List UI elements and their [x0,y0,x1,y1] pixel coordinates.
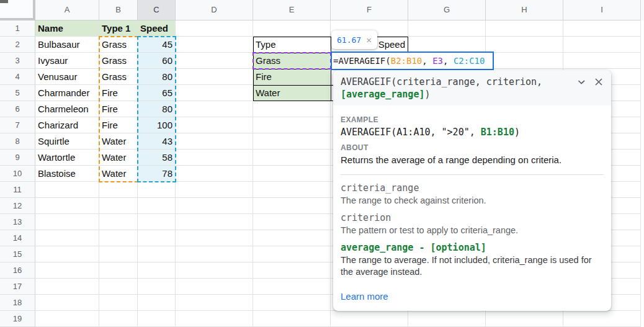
row-header-5[interactable]: 5 [0,85,35,101]
close-icon[interactable]: × [366,35,372,45]
cell-D7[interactable] [176,117,253,133]
cell-D6[interactable] [176,101,253,117]
cell-B15[interactable] [99,246,138,262]
row-header-8[interactable]: 8 [0,133,35,150]
cell-B10[interactable]: Water [99,166,138,182]
column-header-E[interactable]: E [253,0,331,20]
cell-C15[interactable] [138,246,176,262]
column-header-G[interactable]: G [408,0,486,20]
cell-D9[interactable] [176,150,253,166]
cell-C13[interactable] [138,214,176,230]
cell-B1[interactable]: Type 1 [99,20,138,37]
cell-D12[interactable] [176,198,253,214]
cell-A3[interactable]: Ivysaur [35,53,99,69]
cell-D8[interactable] [176,133,253,150]
cell-C4[interactable]: 80 [138,69,176,85]
cell-B4[interactable]: Grass [99,69,138,85]
cell-C17[interactable] [138,279,176,295]
cell-I3[interactable] [563,53,641,69]
cell-H3[interactable] [486,53,563,69]
cell-I2[interactable] [563,37,641,53]
cell-C19[interactable] [138,311,176,327]
cell-F19[interactable] [331,311,408,327]
learn-more-link[interactable]: Learn more [341,291,388,302]
cell-A10[interactable]: Blastoise [35,166,99,182]
cell-E15[interactable] [253,246,331,262]
cell-B19[interactable] [99,311,138,327]
column-header-F[interactable]: F [331,0,408,20]
cell-C11[interactable] [138,182,176,198]
cell-C12[interactable] [138,198,176,214]
row-header-1[interactable]: 1 [0,20,35,37]
cell-A11[interactable] [35,182,99,198]
cell-A5[interactable]: Charmander [35,85,99,101]
cell-G1[interactable] [408,20,486,37]
cell-A1[interactable]: Name [35,20,99,37]
cell-C7[interactable]: 100 [138,117,176,133]
cell-A14[interactable] [35,230,99,246]
cell-D15[interactable] [176,246,253,262]
row-header-4[interactable]: 4 [0,69,35,85]
cell-C1[interactable]: Speed [138,20,176,37]
cell-H19[interactable] [486,311,563,327]
cell-D5[interactable] [176,85,253,101]
cell-G19[interactable] [408,311,486,327]
cell-B14[interactable] [99,230,138,246]
cell-E19[interactable] [253,311,331,327]
row-header-3[interactable]: 3 [0,53,35,69]
cell-D16[interactable] [176,262,253,279]
cell-D11[interactable] [176,182,253,198]
cell-B5[interactable]: Fire [99,85,138,101]
row-header-6[interactable]: 6 [0,101,35,117]
cell-C6[interactable]: 80 [138,101,176,117]
cell-A2[interactable]: Bulbasaur [35,37,99,53]
column-header-H[interactable]: H [486,0,563,20]
cell-B8[interactable]: Water [99,133,138,150]
cell-A4[interactable]: Venusaur [35,69,99,85]
cell-D4[interactable] [176,69,253,85]
cell-E1[interactable] [253,20,331,37]
cell-E9[interactable] [253,150,331,166]
cell-D13[interactable] [176,214,253,230]
cell-C2[interactable]: 45 [138,37,176,53]
cell-E17[interactable] [253,279,331,295]
column-header-C[interactable]: C [138,0,176,20]
cell-A8[interactable]: Squirtle [35,133,99,150]
cell-E13[interactable] [253,214,331,230]
cell-B3[interactable]: Grass [99,53,138,69]
cell-C5[interactable]: 65 [138,85,176,101]
row-header-10[interactable]: 10 [0,166,35,182]
cell-C14[interactable] [138,230,176,246]
cell-E5[interactable]: Water [253,85,331,101]
cell-E11[interactable] [253,182,331,198]
cell-E2[interactable]: Type [253,37,331,53]
row-header-12[interactable]: 12 [0,198,35,214]
cell-I1[interactable] [563,20,641,37]
cell-B9[interactable]: Water [99,150,138,166]
row-header-14[interactable]: 14 [0,230,35,246]
formula-editor-cell[interactable]: =AVERAGEIF(B2:B10, E3, C2:C10 [331,52,494,70]
cell-A12[interactable] [35,198,99,214]
cell-C8[interactable]: 43 [138,133,176,150]
cell-E10[interactable] [253,166,331,182]
chevron-down-icon[interactable] [576,77,586,89]
cell-C10[interactable]: 78 [138,166,176,182]
cell-C3[interactable]: 60 [138,53,176,69]
cell-H1[interactable] [486,20,563,37]
cell-H2[interactable] [486,37,563,53]
row-header-13[interactable]: 13 [0,214,35,230]
cell-D10[interactable] [176,166,253,182]
cell-C9[interactable]: 58 [138,150,176,166]
cell-D19[interactable] [176,311,253,327]
cell-E14[interactable] [253,230,331,246]
cell-B16[interactable] [99,262,138,279]
column-header-B[interactable]: B [99,0,138,20]
row-header-7[interactable]: 7 [0,117,35,133]
cell-D17[interactable] [176,279,253,295]
row-header-2[interactable]: 2 [0,37,35,53]
cell-E18[interactable] [253,295,331,311]
cell-B6[interactable]: Fire [99,101,138,117]
cell-B13[interactable] [99,214,138,230]
row-header-18[interactable]: 18 [0,295,35,311]
cell-D18[interactable] [176,295,253,311]
